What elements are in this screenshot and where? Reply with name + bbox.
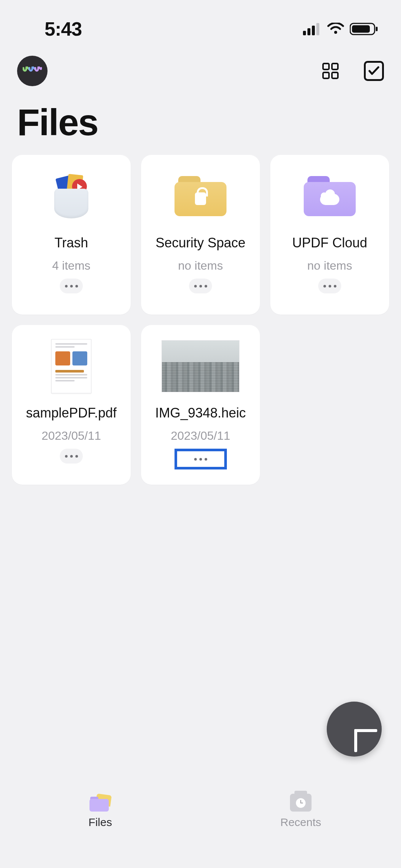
cellular-icon — [303, 23, 322, 35]
item-meta: 4 items — [52, 259, 90, 273]
folder-updf-cloud[interactable]: UPDF Cloud no items — [270, 155, 389, 315]
folder-security-space[interactable]: Security Space no items — [141, 155, 260, 315]
add-button[interactable] — [327, 702, 382, 757]
image-thumbnail — [146, 338, 255, 394]
item-name: samplePDF.pdf — [26, 405, 117, 421]
more-button[interactable] — [175, 449, 227, 469]
files-tab-icon — [88, 793, 112, 812]
file-sample-pdf[interactable]: samplePDF.pdf 2023/05/11 — [12, 325, 131, 485]
item-meta: 2023/05/11 — [42, 429, 101, 443]
more-button[interactable] — [60, 449, 83, 464]
profile-avatar[interactable] — [17, 56, 48, 86]
battery-icon — [350, 22, 379, 36]
svg-rect-5 — [352, 25, 370, 33]
wifi-icon — [327, 23, 345, 35]
page-title: Files — [0, 86, 401, 155]
app-logo-icon — [23, 66, 42, 75]
item-name: IMG_9348.heic — [155, 405, 246, 421]
item-name: UPDF Cloud — [292, 235, 367, 251]
svg-rect-1 — [307, 28, 310, 35]
more-button[interactable] — [189, 279, 212, 293]
tab-files[interactable]: Files — [0, 793, 200, 868]
grid-icon — [322, 62, 339, 80]
tab-label: Recents — [280, 816, 321, 829]
tab-label: Files — [88, 816, 112, 829]
status-time: 5:43 — [45, 18, 82, 40]
svg-rect-7 — [323, 64, 329, 69]
svg-rect-8 — [332, 64, 338, 69]
trash-icon — [17, 168, 125, 224]
item-meta: no items — [178, 259, 223, 273]
select-mode-button[interactable] — [364, 61, 384, 81]
svg-rect-3 — [316, 23, 319, 35]
item-meta: 2023/05/11 — [171, 429, 230, 443]
file-img-9348[interactable]: IMG_9348.heic 2023/05/11 — [141, 325, 260, 485]
item-name: Security Space — [156, 235, 245, 251]
svg-rect-10 — [332, 72, 338, 78]
folder-trash[interactable]: Trash 4 items — [12, 155, 131, 315]
item-name: Trash — [55, 235, 88, 251]
svg-rect-6 — [376, 27, 378, 31]
tab-bar: Files Recents — [0, 783, 401, 868]
more-button[interactable] — [318, 279, 341, 293]
view-grid-button[interactable] — [319, 60, 342, 82]
status-bar: 5:43 — [0, 0, 401, 48]
file-grid: Trash 4 items Security Space no items — [0, 155, 401, 485]
item-meta: no items — [307, 259, 352, 273]
status-indicators — [303, 22, 379, 36]
locked-folder-icon — [146, 168, 255, 224]
pdf-thumbnail — [17, 338, 125, 394]
tab-recents[interactable]: Recents — [200, 793, 401, 868]
svg-rect-9 — [323, 72, 329, 78]
cloud-folder-icon — [276, 168, 384, 224]
checkmark-icon — [368, 66, 379, 76]
more-button[interactable] — [60, 279, 83, 293]
header — [0, 48, 401, 86]
svg-rect-2 — [312, 26, 315, 35]
recents-tab-icon — [289, 793, 313, 812]
svg-rect-0 — [303, 31, 306, 35]
